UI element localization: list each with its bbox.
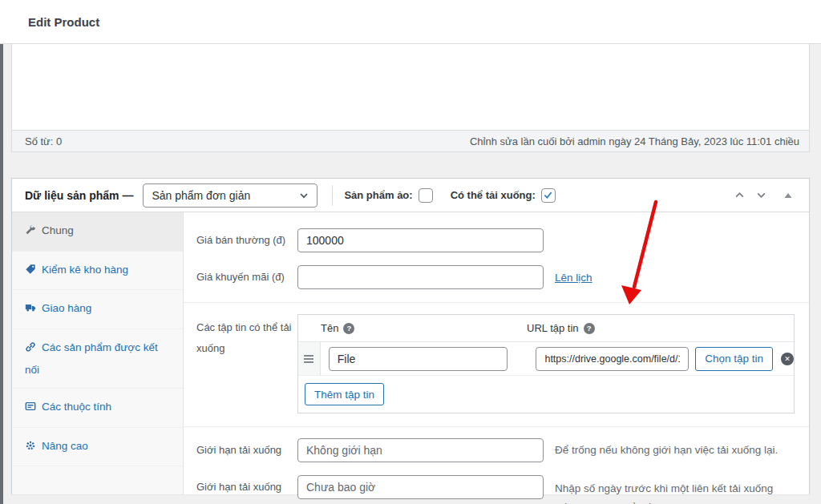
remove-file-icon[interactable]: ✕ [781,353,794,365]
download-expiry-input[interactable] [297,475,544,499]
help-icon[interactable]: ? [584,323,595,334]
content-editor: Số từ: 0 Chỉnh sửa lần cuối bởi admin ng… [11,44,810,152]
tab-linked-products[interactable]: Các sản phẩm được kết nối [12,329,183,389]
tab-attributes[interactable]: Các thuộc tính [12,389,183,428]
edit-product-page: Edit Product Số từ: 0 Chỉnh sửa lần cuối… [0,0,821,504]
download-expiry-description: Nhập số ngày trước khi một liên kết tải … [555,475,783,504]
download-limit-label: Giới hạn tải xuống [196,443,297,458]
admin-menu-edge [0,44,3,504]
section-divider [184,302,809,303]
virtual-product-group: Sản phẩm ảo: [344,188,432,203]
card-icon [25,398,36,419]
download-limit-description: Để trống nếu không giới hạn việc tải xuố… [555,441,778,460]
downloadable-files-table: Tên ? URL tập tin ? C [297,314,795,413]
editor-canvas[interactable] [12,44,809,130]
download-limit-input[interactable] [297,438,544,462]
product-data-header: Dữ liệu sản phẩm — Sản phẩm đơn giản Sản… [12,179,809,212]
tab-advanced[interactable]: Nâng cao [12,428,183,467]
tab-inventory[interactable]: Kiểm kê kho hàng [12,252,183,291]
name-column-header: Tên ? [321,322,527,334]
regular-price-row: Giá bán thường (đ) [196,228,796,252]
virtual-product-label: Sản phẩm ảo: [344,189,412,201]
section-divider [184,426,809,427]
regular-price-input[interactable] [297,228,544,252]
files-table-footer: Thêm tập tin [298,375,794,413]
files-table-header: Tên ? URL tập tin ? [298,315,794,342]
download-expiry-row: Giới hạn tải xuống Nhập số ngày trước kh… [196,475,796,504]
header-divider [332,185,333,206]
help-icon[interactable]: ? [343,323,354,334]
collapse-panel-icon[interactable] [783,191,793,200]
url-column-header: URL tập tin ? [527,322,595,334]
sale-price-input[interactable] [297,265,544,289]
wrench-icon [25,222,36,243]
link-icon [25,339,36,360]
downloadable-checkbox[interactable] [541,188,556,203]
downloadable-files-row: Các tập tin có thể tải xuống Tên ? URL t… [196,314,796,413]
downloadable-label: Có thể tải xuống: [451,189,536,201]
general-tab-panel: Giá bán thường (đ) Giá khuyến mãi (đ) Lê… [184,212,809,494]
product-data-tabs: Chung Kiểm kê kho hàng Giao hàng Các sản… [12,212,184,494]
chevron-down-icon [297,189,310,202]
file-row: Chọn tập tin ✕ [298,342,794,375]
tab-general[interactable]: Chung [12,212,183,252]
tag-icon [25,261,36,282]
drag-handle-icon[interactable] [298,342,321,375]
tab-label: Giao hàng [42,302,91,314]
move-down-icon[interactable] [755,189,767,201]
tab-label: Nâng cao [42,440,88,452]
sale-price-row: Giá khuyến mãi (đ) Lên lịch [196,265,796,289]
tab-shipping[interactable]: Giao hàng [12,290,183,329]
file-url-input[interactable] [536,347,689,371]
tab-label: Các sản phẩm được kết nối [25,341,158,376]
gear-icon [25,437,36,458]
page-title: Edit Product [0,0,821,44]
downloadable-files-label: Các tập tin có thể tải xuống [196,314,297,413]
product-type-select[interactable]: Sản phẩm đơn giản [143,183,317,208]
downloadable-group: Có thể tải xuống: [451,188,556,203]
product-data-body: Chung Kiểm kê kho hàng Giao hàng Các sản… [12,212,809,494]
editor-status-bar: Số từ: 0 Chỉnh sửa lần cuối bởi admin ng… [12,130,809,151]
panel-actions [734,189,809,201]
tab-label: Kiểm kê kho hàng [42,264,128,276]
word-count: Số từ: 0 [25,135,62,147]
choose-file-button[interactable]: Chọn tập tin [695,347,773,371]
name-header-label: Tên [321,322,338,334]
url-header-label: URL tập tin [527,322,579,334]
file-name-input[interactable] [329,347,508,371]
truck-icon [25,300,36,321]
last-edited-text: Chỉnh sửa lần cuối bởi admin ngày 24 Thá… [470,135,799,147]
move-up-icon[interactable] [734,189,746,201]
add-file-button[interactable]: Thêm tập tin [305,383,384,405]
tab-label: Các thuộc tính [42,401,111,413]
schedule-link[interactable]: Lên lịch [555,272,592,284]
product-type-value: Sản phẩm đơn giản [152,189,297,202]
tab-label: Chung [42,224,74,236]
product-data-panel: Dữ liệu sản phẩm — Sản phẩm đơn giản Sản… [11,178,810,494]
download-limit-row: Giới hạn tải xuống Để trống nếu không gi… [196,438,796,462]
download-expiry-label: Giới hạn tải xuống [196,475,297,499]
regular-price-label: Giá bán thường (đ) [196,233,297,248]
product-data-title: Dữ liệu sản phẩm — [25,189,133,202]
sale-price-label: Giá khuyến mãi (đ) [196,270,297,284]
virtual-product-checkbox[interactable] [419,188,433,203]
top-bar: Edit Product [0,0,821,44]
